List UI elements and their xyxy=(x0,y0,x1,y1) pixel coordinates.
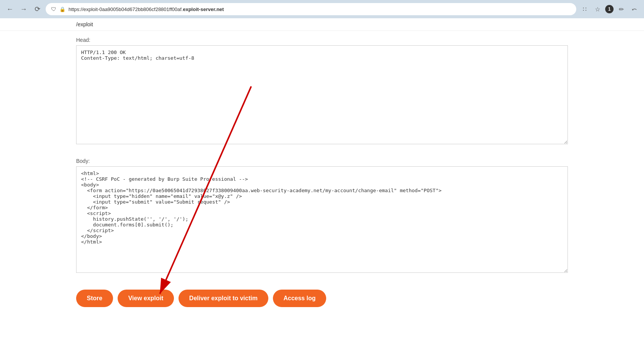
browser-chrome: ← → ⟳ 🛡 🔒 https://exploit-0aa9005b04d672… xyxy=(0,0,644,18)
deliver-exploit-button[interactable]: Deliver exploit to victim xyxy=(179,290,268,307)
head-section: Head: HTTP/1.1 200 OK Content-Type: text… xyxy=(0,31,644,152)
browser-actions: ∷ ☆ 1 ✏ ⤺ xyxy=(579,4,639,14)
access-log-button[interactable]: Access log xyxy=(273,290,326,307)
forward-button[interactable]: → xyxy=(18,4,29,14)
url-base: https://exploit-0aa9005b04d672bb806cf288… xyxy=(69,6,183,12)
extensions-button[interactable]: ✏ xyxy=(616,4,626,14)
view-exploit-button[interactable]: View exploit xyxy=(118,290,174,307)
shield-icon: 🛡 xyxy=(51,6,56,12)
body-label: Body: xyxy=(76,158,568,164)
bookmark-button[interactable]: ☆ xyxy=(592,4,603,14)
body-section: Body: <html> <!-- CSRF PoC - generated b… xyxy=(0,152,644,280)
notification-badge: 1 xyxy=(605,5,614,13)
page-content: /exploit Head: HTTP/1.1 200 OK Content-T… xyxy=(0,18,644,352)
buttons-row: Store View exploit Deliver exploit to vi… xyxy=(0,280,644,316)
lock-icon: 🔒 xyxy=(59,6,65,12)
url-path: /exploit xyxy=(0,18,644,31)
url-domain: exploit-server.net xyxy=(183,6,224,12)
address-bar[interactable]: 🛡 🔒 https://exploit-0aa9005b04d672bb806c… xyxy=(46,3,576,15)
content-area: /exploit Head: HTTP/1.1 200 OK Content-T… xyxy=(0,18,644,352)
reload-button[interactable]: ⟳ xyxy=(32,4,43,14)
undo-button[interactable]: ⤺ xyxy=(629,4,639,14)
body-textarea[interactable]: <html> <!-- CSRF PoC - generated by Burp… xyxy=(76,166,568,273)
qr-button[interactable]: ∷ xyxy=(579,4,590,14)
head-label: Head: xyxy=(76,37,568,43)
address-text: https://exploit-0aa9005b04d672bb806cf288… xyxy=(69,6,571,12)
head-textarea[interactable]: HTTP/1.1 200 OK Content-Type: text/html;… xyxy=(76,45,568,144)
back-button[interactable]: ← xyxy=(5,4,15,14)
store-button[interactable]: Store xyxy=(76,290,113,307)
